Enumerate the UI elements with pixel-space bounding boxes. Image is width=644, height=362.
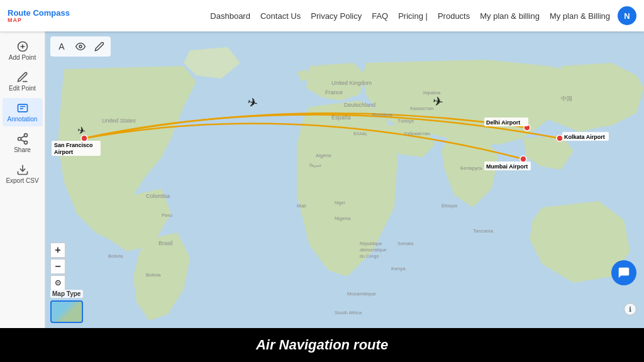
caption-bar: Air Navigation route <box>0 328 644 362</box>
svg-text:中国: 中国 <box>561 96 572 102</box>
text-tool-button[interactable]: A <box>54 39 69 54</box>
svg-text:United Kingdom: United Kingdom <box>331 80 372 86</box>
nav-plan-billing-2[interactable]: My plan & Billing <box>550 11 610 21</box>
svg-text:démocratique: démocratique <box>360 248 387 253</box>
svg-text:Niger: Niger <box>335 200 345 206</box>
svg-text:Mali: Mali <box>297 203 306 209</box>
svg-line-10 <box>21 136 25 138</box>
svg-text:République: République <box>360 241 382 246</box>
svg-text:Deutschland: Deutschland <box>344 102 375 108</box>
eye-tool-button[interactable] <box>73 39 88 54</box>
svg-text:Узбекистан: Узбекистан <box>404 131 430 136</box>
zoom-controls: + − ⊙ <box>50 243 65 290</box>
share-label: Share <box>14 146 31 153</box>
svg-text:Éthiopie: Éthiopie <box>441 203 457 209</box>
zoom-in-button[interactable]: + <box>50 243 65 258</box>
world-map: ✈ ✈ ✈ San Francisco Airport Delhi Airpor… <box>45 31 644 328</box>
annotation-label: Annotation <box>8 116 38 123</box>
svg-point-6 <box>24 134 27 137</box>
svg-text:Украïна: Украïна <box>423 90 441 96</box>
svg-text:Bolivia: Bolivia <box>146 272 161 278</box>
map-toolbar: A <box>50 36 111 57</box>
svg-point-16 <box>81 135 87 141</box>
svg-point-61 <box>79 45 82 48</box>
export-csv-label: Export CSV <box>6 177 38 184</box>
svg-point-8 <box>24 141 27 144</box>
svg-text:România: România <box>372 112 393 118</box>
logo-sub: MAP <box>8 17 22 23</box>
svg-text:Mozambique: Mozambique <box>347 291 376 297</box>
svg-text:Brasil: Brasil <box>158 240 173 246</box>
add-point-label: Add Point <box>9 54 36 61</box>
svg-text:Mumbai Airport: Mumbai Airport <box>486 163 528 170</box>
svg-text:du Congo: du Congo <box>360 254 379 259</box>
nav-dashboard[interactable]: Dashboard <box>210 11 250 21</box>
svg-line-9 <box>21 140 25 141</box>
svg-text:Airport: Airport <box>54 149 73 155</box>
nav-privacy[interactable]: Privacy Policy <box>311 11 362 21</box>
nav-plan-billing-1[interactable]: My plan & billing <box>480 11 540 21</box>
add-point-icon <box>16 40 29 53</box>
svg-text:Беларусь: Беларусь <box>460 165 482 171</box>
svg-text:Tanzania: Tanzania <box>473 228 494 234</box>
sidebar-btn-export-csv[interactable]: Export CSV <box>3 160 43 188</box>
map-container[interactable]: ✈ ✈ ✈ San Francisco Airport Delhi Airpor… <box>45 31 644 328</box>
zoom-reset-button[interactable]: ⊙ <box>50 275 65 290</box>
svg-text:Ελλάς: Ελλάς <box>353 131 367 136</box>
sidebar-btn-annotation[interactable]: Annotation <box>3 98 43 126</box>
svg-text:Kenya: Kenya <box>391 266 406 272</box>
svg-text:Nigeria: Nigeria <box>335 216 351 221</box>
svg-text:Казахстан: Казахстан <box>410 106 434 111</box>
svg-point-18 <box>520 156 526 162</box>
user-avatar[interactable]: N <box>618 6 636 25</box>
svg-text:ﺔﻴﺑﺮﻌﻟﺍ: ﺔﻴﺑﺮﻌﻟﺍ <box>309 163 321 168</box>
share-icon <box>16 133 29 145</box>
svg-text:San Francisco: San Francisco <box>54 142 93 148</box>
pencil-tool-button[interactable] <box>92 39 107 54</box>
header: Route Compass MAP Dashboard Contact Us P… <box>0 0 644 31</box>
edit-point-icon <box>16 71 29 84</box>
annotation-icon <box>16 102 29 114</box>
zoom-out-button[interactable]: − <box>50 259 65 274</box>
export-icon <box>16 163 29 176</box>
sidebar-btn-edit-point[interactable]: Edit Point <box>3 67 43 96</box>
nav-products[interactable]: Products <box>438 11 470 21</box>
info-bubble-button[interactable]: ℹ <box>624 303 636 315</box>
svg-text:Türkiye: Türkiye <box>397 118 414 124</box>
sidebar-btn-share[interactable]: Share <box>3 129 43 157</box>
nav-contact[interactable]: Contact Us <box>260 11 301 21</box>
svg-point-19 <box>557 135 563 141</box>
logo-area: Route Compass MAP <box>8 9 77 23</box>
svg-text:United States: United States <box>102 118 136 124</box>
svg-text:France: France <box>325 89 343 96</box>
svg-text:Bolivia: Bolivia <box>108 253 123 259</box>
svg-text:España: España <box>331 114 351 121</box>
svg-text:Kolkata Airport: Kolkata Airport <box>564 134 605 140</box>
map-type-thumbnail[interactable] <box>50 300 83 323</box>
nav-faq[interactable]: FAQ <box>372 11 388 21</box>
nav: Dashboard Contact Us Privacy Policy FAQ … <box>89 11 610 21</box>
svg-text:Delhi Airport: Delhi Airport <box>486 119 520 126</box>
svg-text:Somalïa: Somalïa <box>397 241 414 246</box>
sidebar: Add Point Edit Point Annotation Share <box>0 31 45 328</box>
nav-pricing[interactable]: Pricing | <box>398 11 428 21</box>
svg-text:Peru: Peru <box>162 212 172 218</box>
sidebar-btn-add-point[interactable]: Add Point <box>3 36 43 65</box>
svg-text:South Africa: South Africa <box>335 310 362 315</box>
svg-text:Algérie: Algérie <box>316 153 331 158</box>
chat-bubble-button[interactable] <box>611 260 636 285</box>
edit-point-label: Edit Point <box>9 85 36 92</box>
svg-point-7 <box>18 138 21 141</box>
caption-text: Air Navigation route <box>256 337 388 353</box>
map-type-label: Map Type <box>50 290 83 298</box>
svg-text:Colombia: Colombia <box>146 193 170 199</box>
logo-text: Route Compass <box>8 9 70 17</box>
map-type-area: Map Type <box>50 290 83 323</box>
